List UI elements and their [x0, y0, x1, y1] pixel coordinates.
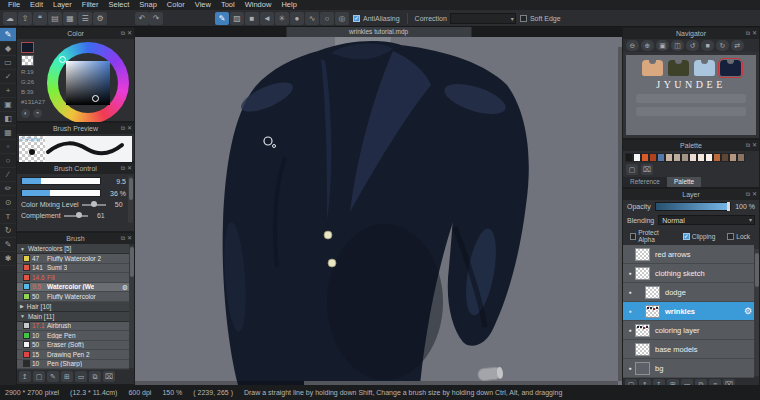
close-panel-icon[interactable]: ✕	[752, 191, 757, 197]
menu-item[interactable]: View	[190, 0, 216, 10]
flip-horizontal-icon[interactable]: ⇄	[731, 40, 744, 51]
palette-swatch[interactable]	[729, 153, 737, 162]
zoom-area-icon[interactable]: ◫	[671, 40, 684, 51]
rotate-tool[interactable]: ↻	[0, 224, 16, 238]
palette-swatch[interactable]	[713, 153, 721, 162]
brush-item[interactable]: 14.6 Fill	[17, 273, 129, 283]
palette-swatch[interactable]	[649, 153, 657, 162]
layer-option-checkbox[interactable]	[727, 233, 734, 240]
brush-list-scrollbar[interactable]	[129, 246, 134, 368]
brush-opacity-slider[interactable]	[21, 189, 101, 197]
detach-panel-icon[interactable]: ⧉	[746, 142, 750, 148]
duplicate-brush-icon[interactable]: ⧉	[89, 371, 101, 382]
close-panel-icon[interactable]: ✕	[752, 30, 757, 36]
new-brush-icon[interactable]: ▢	[33, 371, 45, 382]
menu-item[interactable]: Window	[240, 0, 277, 10]
brush-settings-icon[interactable]: ⊞	[61, 371, 73, 382]
publish-icon[interactable]: ⇪	[18, 12, 32, 25]
navigator-viewport[interactable]: JYUNDEE	[623, 52, 759, 138]
palette-swatch[interactable]	[633, 153, 641, 162]
undo-button[interactable]: ↶	[135, 12, 149, 25]
picker-tool[interactable]: ⊙	[0, 196, 16, 210]
layer-row[interactable]: ● wrinkles ⚙	[623, 302, 754, 321]
layer-visibility-toggle[interactable]: ●	[625, 327, 635, 333]
layer-row[interactable]: red arrows	[623, 245, 754, 264]
group-arrow-icon[interactable]: ▼	[20, 246, 25, 252]
drawing-canvas[interactable]	[135, 37, 622, 385]
palette-swatch[interactable]	[721, 153, 729, 162]
color-wheel[interactable]	[47, 42, 129, 124]
color-wheel-mode-icon[interactable]: ◐	[21, 109, 30, 118]
brush-settings-gear-icon[interactable]: ⚙	[122, 283, 128, 293]
brush-item[interactable]: 10 Edge Pen	[17, 331, 129, 341]
snap-ellipse-icon[interactable]: ○	[320, 12, 334, 25]
snap-cross-icon[interactable]: ✳	[275, 12, 289, 25]
palette-swatch[interactable]	[657, 153, 665, 162]
brush-item[interactable]: 15 Drawing Pen 2	[17, 350, 129, 360]
gradient-tool[interactable]: ▦	[0, 126, 16, 140]
palette-swatch[interactable]	[689, 153, 697, 162]
brush-group-header[interactable]: ▼ Main [11]	[17, 312, 129, 322]
brush-item[interactable]: 9.5 Watercolor (We ⚙	[17, 283, 129, 293]
settings-icon[interactable]: ⚙	[93, 12, 107, 25]
color-bar-mode-icon[interactable]: ◓	[33, 109, 42, 118]
foreground-color-swatch[interactable]	[21, 42, 34, 53]
hue-marker[interactable]	[59, 56, 66, 63]
brush-tool[interactable]: ✎	[0, 28, 16, 42]
layer-settings-gear-icon[interactable]: ⚙	[744, 306, 752, 316]
close-panel-icon[interactable]: ✕	[127, 30, 132, 36]
edit-brush-icon[interactable]: ✎	[47, 371, 59, 382]
snap-radial-icon[interactable]: ◎	[335, 12, 349, 25]
group-arrow-icon[interactable]: ▼	[20, 313, 25, 319]
delete-brush-icon[interactable]: ⌧	[103, 371, 115, 382]
zoom-out-icon[interactable]: ⊖	[626, 40, 639, 51]
menu-item[interactable]: Help	[276, 0, 301, 10]
brush-group-header[interactable]: ▼ Watercolors [5]	[17, 244, 129, 254]
select-tool[interactable]: ▭	[0, 56, 16, 70]
rotate-left-icon[interactable]: ↺	[686, 40, 699, 51]
layer-option-checkbox[interactable]	[630, 233, 636, 240]
close-panel-icon[interactable]: ✕	[752, 142, 757, 148]
move-tool[interactable]: +	[0, 84, 16, 98]
group-arrow-icon[interactable]: ▶	[20, 303, 24, 309]
snap-parallel-icon[interactable]: ◄	[260, 12, 274, 25]
layer-option-checkbox[interactable]	[683, 233, 690, 240]
layer-row[interactable]: base models	[623, 340, 754, 359]
message-icon[interactable]: ▤	[48, 12, 62, 25]
soft-edge-checkbox[interactable]	[520, 15, 527, 22]
gallery-icon[interactable]: ☰	[78, 12, 92, 25]
document-icon[interactable]: ▦	[63, 12, 77, 25]
cloud-sync-icon[interactable]: ☁	[3, 12, 17, 25]
layer-visibility-toggle[interactable]: ●	[625, 270, 635, 276]
rotate-right-icon[interactable]: ↻	[716, 40, 729, 51]
detach-panel-icon[interactable]: ⧉	[746, 191, 750, 197]
layer-row[interactable]: ● dodge	[623, 283, 754, 302]
close-panel-icon[interactable]: ✕	[127, 125, 132, 131]
brush-group-header[interactable]: ▶ Hair [10]	[17, 302, 129, 312]
complement-slider[interactable]	[64, 215, 88, 217]
brush-item[interactable]: 141 Sumi 3	[17, 264, 129, 274]
blending-select[interactable]: Normal	[658, 215, 755, 225]
transform-tool[interactable]: ▣	[0, 98, 16, 112]
delete-palette-color-icon[interactable]: ⌧	[641, 164, 653, 175]
eraser-tool[interactable]: ◆	[0, 42, 16, 56]
palette-swatch[interactable]	[705, 153, 713, 162]
palette-tab[interactable]: Palette	[667, 177, 701, 187]
saturation-value-square[interactable]	[66, 61, 110, 105]
magic-wand-tool[interactable]: ✓	[0, 70, 16, 84]
correction-dropdown[interactable]	[450, 13, 516, 24]
brush-item[interactable]: 47 Fluffy Watercolor 2	[17, 254, 129, 264]
palette-swatch[interactable]	[641, 153, 649, 162]
draw-tool[interactable]: ✏	[0, 182, 16, 196]
palette-swatch[interactable]	[673, 153, 681, 162]
layer-row[interactable]: ● bg	[623, 359, 754, 378]
menu-item[interactable]: Snap	[134, 0, 162, 10]
palette-swatch[interactable]	[625, 153, 633, 162]
detach-panel-icon[interactable]: ⧉	[121, 165, 125, 171]
layer-list-scrollbar[interactable]	[754, 249, 759, 376]
upload-brush-icon[interactable]: ↥	[19, 371, 31, 382]
detach-panel-icon[interactable]: ⧉	[121, 30, 125, 36]
palette-swatch[interactable]	[697, 153, 705, 162]
brush-tool-icon[interactable]: ✎	[215, 12, 229, 25]
detach-panel-icon[interactable]: ⧉	[746, 30, 750, 36]
